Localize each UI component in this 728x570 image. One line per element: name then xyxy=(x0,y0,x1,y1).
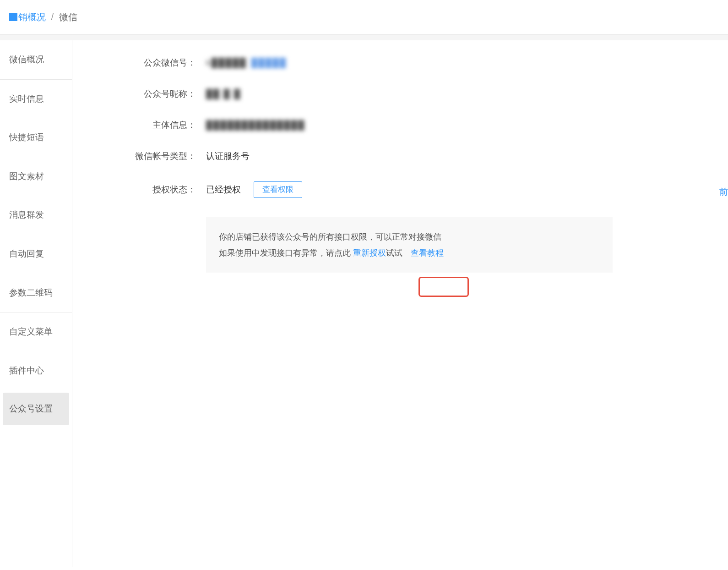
content: 公众微信号： k█████ █████ 公众号昵称： ██ █ █ 主体信息： … xyxy=(72,40,728,567)
view-tutorial-link[interactable]: 查看教程 xyxy=(411,248,444,258)
wechat-id-text: k█████ xyxy=(206,58,247,68)
sidebar-group-1: 实时信息 快捷短语 图文素材 消息群发 自动回复 参数二维码 xyxy=(0,80,72,313)
row-nickname: 公众号昵称： ██ █ █ xyxy=(109,88,710,100)
sidebar-item-account-settings[interactable]: 公众号设置 xyxy=(3,393,69,425)
sidebar-item-broadcast[interactable]: 消息群发 xyxy=(0,196,72,235)
wechat-id-text2: █████ xyxy=(251,58,287,68)
sidebar-item-quick-phrase[interactable]: 快捷短语 xyxy=(0,118,72,157)
sidebar-item-qrcode[interactable]: 参数二维码 xyxy=(0,274,72,312)
breadcrumb-root-link[interactable]: 销概况 xyxy=(18,12,46,22)
sidebar-item-autoreply[interactable]: 自动回复 xyxy=(0,235,72,274)
reauthorize-link[interactable]: 重新授权 xyxy=(353,248,386,258)
highlight-annotation xyxy=(418,277,469,297)
value-auth-status: 已经授权 查看权限 xyxy=(206,181,710,198)
breadcrumb-icon xyxy=(9,13,17,21)
label-account-type: 微信帐号类型： xyxy=(109,150,196,162)
row-subject: 主体信息： ██████████████ xyxy=(109,119,710,131)
value-wechat-id: k█████ █████ xyxy=(206,58,710,68)
sidebar-item-realtime[interactable]: 实时信息 xyxy=(0,80,72,119)
breadcrumb-separator: / xyxy=(51,12,54,22)
breadcrumb: 销概况 / 微信 xyxy=(0,0,728,35)
account-type-text: 认证服务号 xyxy=(206,150,250,162)
info-line2-prefix: 如果使用中发现接口有异常，请点此 xyxy=(219,248,353,258)
sidebar-item-plugins[interactable]: 插件中心 xyxy=(0,351,72,390)
value-subject: ██████████████ xyxy=(206,120,710,130)
label-subject: 主体信息： xyxy=(109,119,196,131)
sidebar-group-2: 自定义菜单 插件中心 公众号设置 xyxy=(0,312,72,425)
info-line1: 你的店铺已获得该公众号的所有接口权限，可以正常对接微信 xyxy=(219,229,600,245)
gap-strip xyxy=(0,35,728,40)
info-line2: 如果使用中发现接口有异常，请点此 重新授权试试查看教程 xyxy=(219,245,600,261)
row-wechat-id: 公众微信号： k█████ █████ xyxy=(109,57,710,69)
sidebar-item-custom-menu[interactable]: 自定义菜单 xyxy=(0,312,72,351)
nickname-text: ██ █ █ xyxy=(206,89,241,99)
row-auth-status: 授权状态： 已经授权 查看权限 xyxy=(109,181,710,198)
sidebar-group-0: 微信概况 xyxy=(0,40,72,80)
sidebar-item-media[interactable]: 图文素材 xyxy=(0,157,72,196)
view-permissions-button[interactable]: 查看权限 xyxy=(254,181,302,198)
auth-status-text: 已经授权 xyxy=(206,184,241,196)
label-auth-status: 授权状态： xyxy=(109,184,196,196)
row-account-type: 微信帐号类型： 认证服务号 xyxy=(109,150,710,162)
sidebar: 微信概况 实时信息 快捷短语 图文素材 消息群发 自动回复 参数二维码 自定义菜… xyxy=(0,40,72,567)
subject-text: ██████████████ xyxy=(206,120,305,130)
sidebar-item-overview[interactable]: 微信概况 xyxy=(0,40,72,79)
value-account-type: 认证服务号 xyxy=(206,150,710,162)
value-nickname: ██ █ █ xyxy=(206,89,710,99)
breadcrumb-current: 微信 xyxy=(59,12,77,22)
info-box: 你的店铺已获得该公众号的所有接口权限，可以正常对接微信 如果使用中发现接口有异常… xyxy=(206,217,613,272)
label-wechat-id: 公众微信号： xyxy=(109,57,196,69)
info-line2-suffix: 试试 xyxy=(386,248,402,258)
label-nickname: 公众号昵称： xyxy=(109,88,196,100)
right-side-link[interactable]: 前 xyxy=(719,186,728,198)
